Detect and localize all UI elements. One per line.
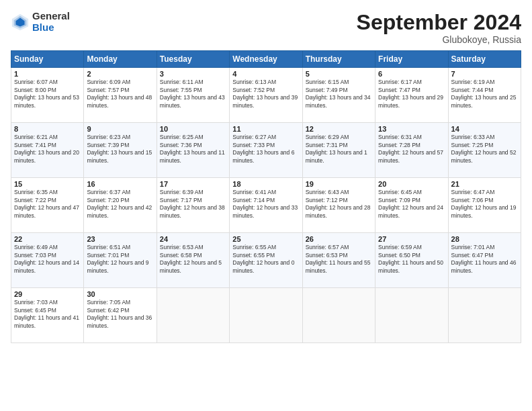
table-row: 11Sunrise: 6:27 AMSunset: 7:33 PMDayligh… — [230, 123, 302, 178]
table-row: 10Sunrise: 6:25 AMSunset: 7:36 PMDayligh… — [157, 123, 229, 178]
day-number: 22 — [14, 235, 81, 243]
cell-content: Sunrise: 6:31 AMSunset: 7:28 PMDaylight:… — [378, 134, 445, 165]
day-number: 30 — [87, 290, 153, 298]
calendar-table: Sunday Monday Tuesday Wednesday Thursday… — [11, 50, 521, 343]
table-row: 25Sunrise: 6:55 AMSunset: 6:55 PMDayligh… — [230, 233, 302, 288]
cell-content: Sunrise: 6:07 AMSunset: 8:00 PMDaylight:… — [14, 79, 81, 109]
location: Glubokoye, Russia — [357, 34, 521, 45]
table-row — [448, 288, 521, 343]
table-row: 18Sunrise: 6:41 AMSunset: 7:14 PMDayligh… — [230, 178, 302, 233]
table-row: 4Sunrise: 6:13 AMSunset: 7:52 PMDaylight… — [230, 68, 302, 123]
calendar-header-row: Sunday Monday Tuesday Wednesday Thursday… — [11, 51, 521, 68]
day-number: 28 — [451, 235, 518, 243]
header-sunday: Sunday — [11, 51, 84, 68]
day-number: 14 — [451, 125, 518, 133]
page: General Blue September 2024 Glubokoye, R… — [0, 0, 532, 411]
header-monday: Monday — [84, 51, 157, 68]
cell-content: Sunrise: 6:29 AMSunset: 7:31 PMDaylight:… — [306, 134, 372, 165]
header-saturday: Saturday — [448, 51, 521, 68]
day-number: 23 — [87, 235, 153, 243]
table-row: 29Sunrise: 7:03 AMSunset: 6:45 PMDayligh… — [11, 288, 84, 343]
table-row: 16Sunrise: 6:37 AMSunset: 7:20 PMDayligh… — [84, 178, 157, 233]
calendar-week-row: 1Sunrise: 6:07 AMSunset: 8:00 PMDaylight… — [11, 68, 521, 123]
day-number: 27 — [378, 235, 445, 243]
table-row — [230, 288, 302, 343]
day-number: 9 — [87, 125, 153, 133]
table-row: 2Sunrise: 6:09 AMSunset: 7:57 PMDaylight… — [84, 68, 157, 123]
table-row: 26Sunrise: 6:57 AMSunset: 6:53 PMDayligh… — [302, 233, 375, 288]
day-number: 26 — [306, 235, 372, 243]
table-row: 1Sunrise: 6:07 AMSunset: 8:00 PMDaylight… — [11, 68, 84, 123]
table-row: 21Sunrise: 6:47 AMSunset: 7:06 PMDayligh… — [448, 178, 521, 233]
cell-content: Sunrise: 6:17 AMSunset: 7:47 PMDaylight:… — [378, 79, 445, 109]
cell-content: Sunrise: 6:15 AMSunset: 7:49 PMDaylight:… — [306, 79, 372, 109]
day-number: 2 — [87, 70, 153, 78]
table-row: 9Sunrise: 6:23 AMSunset: 7:39 PMDaylight… — [84, 123, 157, 178]
day-number: 5 — [306, 70, 372, 78]
table-row: 12Sunrise: 6:29 AMSunset: 7:31 PMDayligh… — [302, 123, 375, 178]
day-number: 12 — [306, 125, 372, 133]
table-row: 14Sunrise: 6:33 AMSunset: 7:25 PMDayligh… — [448, 123, 521, 178]
day-number: 16 — [87, 180, 153, 188]
cell-content: Sunrise: 6:41 AMSunset: 7:14 PMDaylight:… — [232, 189, 299, 220]
cell-content: Sunrise: 6:53 AMSunset: 6:58 PMDaylight:… — [160, 244, 226, 275]
logo-blue: Blue — [32, 22, 70, 34]
table-row — [302, 288, 375, 343]
table-row: 24Sunrise: 6:53 AMSunset: 6:58 PMDayligh… — [157, 233, 229, 288]
cell-content: Sunrise: 6:49 AMSunset: 7:03 PMDaylight:… — [14, 244, 81, 275]
day-number: 15 — [14, 180, 81, 188]
table-row: 22Sunrise: 6:49 AMSunset: 7:03 PMDayligh… — [11, 233, 84, 288]
day-number: 6 — [378, 70, 445, 78]
cell-content: Sunrise: 6:47 AMSunset: 7:06 PMDaylight:… — [451, 189, 518, 220]
day-number: 29 — [14, 290, 81, 298]
table-row: 5Sunrise: 6:15 AMSunset: 7:49 PMDaylight… — [302, 68, 375, 123]
day-number: 25 — [232, 235, 299, 243]
cell-content: Sunrise: 6:11 AMSunset: 7:55 PMDaylight:… — [160, 79, 226, 109]
day-number: 17 — [160, 180, 226, 188]
day-number: 11 — [232, 125, 299, 133]
table-row — [157, 288, 229, 343]
cell-content: Sunrise: 6:09 AMSunset: 7:57 PMDaylight:… — [87, 79, 153, 109]
logo-icon — [11, 13, 30, 32]
table-row: 7Sunrise: 6:19 AMSunset: 7:44 PMDaylight… — [448, 68, 521, 123]
cell-content: Sunrise: 6:21 AMSunset: 7:41 PMDaylight:… — [14, 134, 81, 165]
cell-content: Sunrise: 6:13 AMSunset: 7:52 PMDaylight:… — [232, 79, 299, 109]
cell-content: Sunrise: 6:19 AMSunset: 7:44 PMDaylight:… — [451, 79, 518, 109]
table-row: 6Sunrise: 6:17 AMSunset: 7:47 PMDaylight… — [375, 68, 448, 123]
table-row: 8Sunrise: 6:21 AMSunset: 7:41 PMDaylight… — [11, 123, 84, 178]
table-row: 23Sunrise: 6:51 AMSunset: 7:01 PMDayligh… — [84, 233, 157, 288]
day-number: 8 — [14, 125, 81, 133]
cell-content: Sunrise: 6:45 AMSunset: 7:09 PMDaylight:… — [378, 189, 445, 220]
table-row: 13Sunrise: 6:31 AMSunset: 7:28 PMDayligh… — [375, 123, 448, 178]
cell-content: Sunrise: 6:33 AMSunset: 7:25 PMDaylight:… — [451, 134, 518, 165]
calendar-week-row: 22Sunrise: 6:49 AMSunset: 7:03 PMDayligh… — [11, 233, 521, 288]
cell-content: Sunrise: 6:55 AMSunset: 6:55 PMDaylight:… — [232, 244, 299, 275]
day-number: 21 — [451, 180, 518, 188]
calendar-week-row: 29Sunrise: 7:03 AMSunset: 6:45 PMDayligh… — [11, 288, 521, 343]
logo-text: General Blue — [32, 11, 70, 33]
table-row — [375, 288, 448, 343]
title-block: September 2024 Glubokoye, Russia — [357, 11, 521, 45]
table-row: 3Sunrise: 6:11 AMSunset: 7:55 PMDaylight… — [157, 68, 229, 123]
day-number: 20 — [378, 180, 445, 188]
cell-content: Sunrise: 6:39 AMSunset: 7:17 PMDaylight:… — [160, 189, 226, 220]
day-number: 13 — [378, 125, 445, 133]
day-number: 24 — [160, 235, 226, 243]
day-number: 4 — [232, 70, 299, 78]
table-row: 28Sunrise: 7:01 AMSunset: 6:47 PMDayligh… — [448, 233, 521, 288]
cell-content: Sunrise: 6:35 AMSunset: 7:22 PMDaylight:… — [14, 189, 81, 220]
cell-content: Sunrise: 7:01 AMSunset: 6:47 PMDaylight:… — [451, 244, 518, 275]
calendar-week-row: 8Sunrise: 6:21 AMSunset: 7:41 PMDaylight… — [11, 123, 521, 178]
cell-content: Sunrise: 6:23 AMSunset: 7:39 PMDaylight:… — [87, 134, 153, 165]
header: General Blue September 2024 Glubokoye, R… — [11, 11, 521, 45]
cell-content: Sunrise: 6:59 AMSunset: 6:50 PMDaylight:… — [378, 244, 445, 275]
cell-content: Sunrise: 7:03 AMSunset: 6:45 PMDaylight:… — [14, 299, 81, 330]
cell-content: Sunrise: 7:05 AMSunset: 6:42 PMDaylight:… — [87, 299, 153, 330]
table-row: 17Sunrise: 6:39 AMSunset: 7:17 PMDayligh… — [157, 178, 229, 233]
table-row: 20Sunrise: 6:45 AMSunset: 7:09 PMDayligh… — [375, 178, 448, 233]
header-wednesday: Wednesday — [230, 51, 302, 68]
day-number: 7 — [451, 70, 518, 78]
header-tuesday: Tuesday — [157, 51, 229, 68]
cell-content: Sunrise: 6:27 AMSunset: 7:33 PMDaylight:… — [232, 134, 299, 165]
cell-content: Sunrise: 6:57 AMSunset: 6:53 PMDaylight:… — [306, 244, 372, 275]
